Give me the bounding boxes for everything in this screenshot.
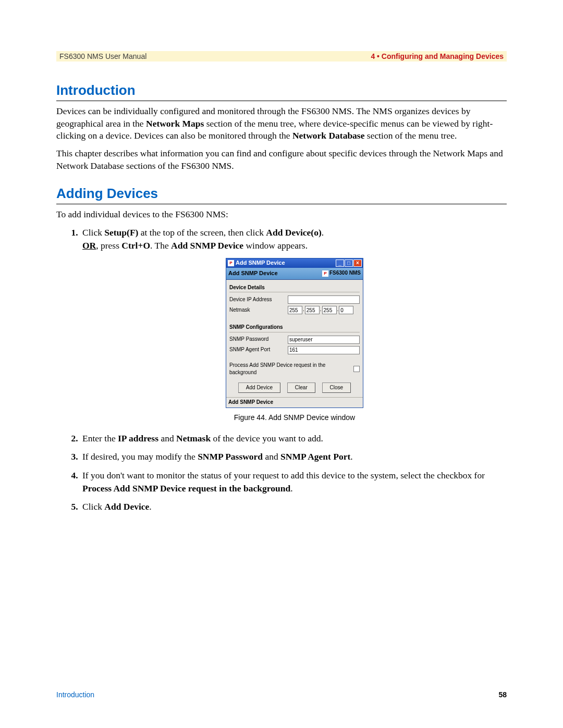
netmask-label: Netmask <box>229 306 288 314</box>
snmp-password-input[interactable] <box>288 336 360 344</box>
figure-caption: Figure 44. Add SNMP Device window <box>82 412 507 423</box>
brand-icon: P <box>322 270 328 277</box>
snmp-password-label: SNMP Password <box>229 336 288 343</box>
dialog-statusbar: Add SNMP Device <box>226 397 363 408</box>
adding-devices-intro: To add individual devices to the FS6300 … <box>56 208 507 221</box>
step-2: Enter the IP address and Netmask of the … <box>80 432 507 445</box>
maximize-button[interactable]: □ <box>345 260 353 267</box>
ip-address-input[interactable] <box>288 295 360 304</box>
section-heading-introduction: Introduction <box>56 82 507 98</box>
netmask-octet-4[interactable] <box>339 306 353 314</box>
intro-paragraph-1: Devices can be individually configured a… <box>56 105 507 142</box>
steps-list: Click Setup(F) at the top of the screen,… <box>56 226 507 514</box>
minimize-button[interactable]: _ <box>336 260 344 267</box>
app-icon: P <box>228 260 234 266</box>
background-checkbox-label: Process Add SNMP Device request in the b… <box>229 362 351 377</box>
page-header: FS6300 NMS User Manual 4 • Configuring a… <box>56 51 507 61</box>
step-1: Click Setup(F) at the top of the screen,… <box>80 226 507 423</box>
brand-text: FS6300 NMS <box>329 269 361 277</box>
header-chapter-title: 4 • Configuring and Managing Devices <box>371 52 504 60</box>
dialog-subheader: Add SNMP Device P FS6300 NMS <box>226 268 363 280</box>
window-titlebar: P Add SNMP Device _ □ × <box>226 258 363 268</box>
netmask-octet-1[interactable] <box>288 306 302 314</box>
dialog-subheader-text: Add SNMP Device <box>228 269 278 278</box>
brand-badge: P FS6300 NMS <box>322 269 361 277</box>
group-device-details: Device Details <box>229 284 360 293</box>
divider <box>56 101 507 101</box>
netmask-octet-3[interactable] <box>322 306 337 314</box>
add-snmp-device-window: P Add SNMP Device _ □ × Add SNMP Device … <box>226 258 363 408</box>
footer-page-number: 58 <box>498 690 507 699</box>
close-dialog-button[interactable]: Close <box>322 382 351 393</box>
step-3: If desired, you may modify the SNMP Pass… <box>80 450 507 463</box>
snmp-port-input[interactable] <box>288 346 360 354</box>
divider <box>56 204 507 204</box>
netmask-octet-2[interactable] <box>305 306 320 314</box>
header-manual-title: FS6300 NMS User Manual <box>59 52 146 60</box>
window-title: Add SNMP Device <box>236 259 285 267</box>
clear-button[interactable]: Clear <box>287 382 315 393</box>
step-4: If you don't want to monitor the status … <box>80 469 507 496</box>
footer-section-name: Introduction <box>56 690 94 699</box>
group-snmp-config: SNMP Configurations <box>229 324 360 332</box>
page-footer: Introduction 58 <box>56 690 507 699</box>
close-button[interactable]: × <box>353 260 362 267</box>
snmp-port-label: SNMP Agent Port <box>229 346 288 354</box>
background-checkbox[interactable] <box>353 366 360 372</box>
section-heading-adding-devices: Adding Devices <box>56 186 507 202</box>
add-device-button[interactable]: Add Device <box>238 382 280 393</box>
step-5: Click Add Device. <box>80 500 507 513</box>
ip-address-label: Device IP Address <box>229 296 288 304</box>
intro-paragraph-2: This chapter describes what information … <box>56 147 507 172</box>
